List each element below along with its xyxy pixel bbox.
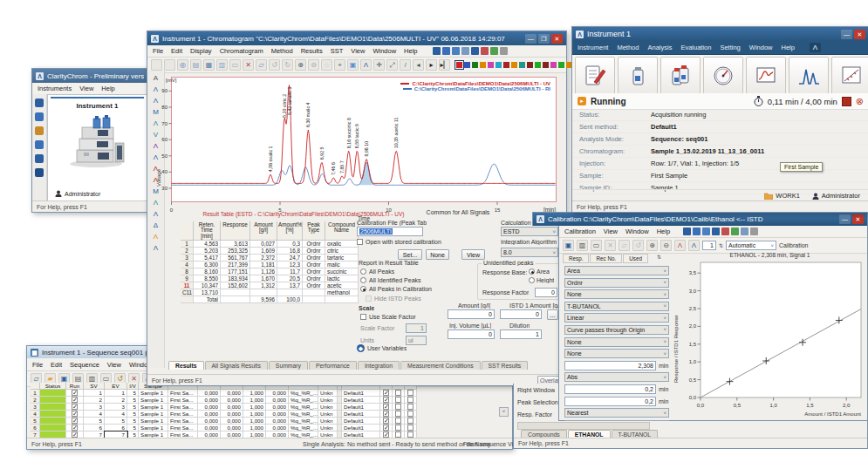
preview-icon[interactable]: ▤ xyxy=(190,59,202,71)
menu-item[interactable]: SST xyxy=(331,47,344,55)
interactive-tool-icon[interactable]: + xyxy=(334,59,345,71)
ri-signal-icon[interactable] xyxy=(442,47,450,55)
open-chromatogram-icon[interactable] xyxy=(151,59,162,71)
bottle-icon[interactable] xyxy=(721,228,729,235)
network-icon[interactable] xyxy=(35,154,44,163)
method-icon[interactable] xyxy=(481,47,489,55)
open-stored-checkbox[interactable]: Open with stored calibration xyxy=(357,239,442,245)
menu-item[interactable]: Results xyxy=(301,47,323,55)
end-icon[interactable]: ▸▏ xyxy=(439,59,450,71)
calibration-input[interactable]: 2,308 xyxy=(564,361,656,370)
column-header[interactable]: Used xyxy=(623,254,648,263)
chromatogram-icon[interactable] xyxy=(789,57,829,95)
tab[interactable]: Integration xyxy=(358,361,400,370)
calibration-input[interactable]: 0,2 xyxy=(564,384,656,394)
calibration-title-bar[interactable]: Λ Calibration C:\ClarityChrom\DataFiles\… xyxy=(532,212,868,226)
calibration-select[interactable]: None˅ xyxy=(564,289,669,299)
tab[interactable]: All Signals Results xyxy=(205,361,268,370)
column-header[interactable]: Response xyxy=(221,221,250,241)
menu-item[interactable]: View xyxy=(79,85,93,92)
prev-icon[interactable]: ◂ xyxy=(413,59,424,71)
method-setup-icon[interactable] xyxy=(575,57,615,95)
checkbox-cell[interactable] xyxy=(393,418,405,425)
menu-item[interactable]: Help xyxy=(657,228,670,235)
radio-all-peaks-in-calibration[interactable]: All Peaks in Calibration xyxy=(360,286,432,292)
menu-item[interactable]: Window xyxy=(749,44,773,51)
scale-factor-input[interactable]: 1 xyxy=(406,323,427,333)
menu-item[interactable]: Method xyxy=(271,47,293,55)
view-button[interactable]: View xyxy=(461,249,485,260)
calibration-input[interactable]: 0,2 xyxy=(564,397,656,406)
minimize-button[interactable]: — xyxy=(841,30,852,39)
menu-item[interactable]: Display xyxy=(190,47,212,55)
signal-color-swatch[interactable] xyxy=(480,62,486,68)
checkbox-cell[interactable] xyxy=(393,397,405,404)
column-header[interactable]: EV xyxy=(105,383,127,390)
menu-item[interactable]: Edit xyxy=(171,47,182,55)
menu-item[interactable]: Instrument xyxy=(578,44,608,51)
instrument-panel[interactable]: Instrument 1 Administrator xyxy=(47,94,147,201)
instrument-title-bar[interactable]: Λ Instrument 1 — ✕ xyxy=(572,27,868,41)
checkbox-cell[interactable] xyxy=(405,411,417,418)
run-checkbox-cell[interactable] xyxy=(66,411,84,418)
sequence-row[interactable]: 3 3 3 5 Sample 1 First Sa... 0,000 0,000… xyxy=(31,404,417,411)
calibration-select[interactable]: Ordnr˅ xyxy=(564,278,669,288)
maximize-button[interactable]: ❐ xyxy=(538,34,550,44)
menu-item[interactable]: Analysis xyxy=(647,44,672,51)
menu-item[interactable]: Window xyxy=(625,228,649,235)
signal-color-swatch[interactable] xyxy=(464,62,470,68)
chart-icon[interactable] xyxy=(741,228,748,235)
export-icon[interactable] xyxy=(490,47,498,55)
sequence-row[interactable]: 1 1 1 5 Sample 1 First Sa... 0,000 0,000… xyxy=(31,390,417,397)
close-button[interactable]: ✕ xyxy=(852,214,864,224)
result-row[interactable]: 9 8,550 183,934 1,670 20,5 Ordnr lactic xyxy=(181,275,359,282)
none-button[interactable]: None xyxy=(426,249,449,260)
stop-button[interactable] xyxy=(842,97,851,106)
tab[interactable]: Performance xyxy=(309,361,357,370)
signal-color-swatch[interactable] xyxy=(511,62,517,68)
checkbox-cell[interactable] xyxy=(380,411,393,418)
sequence-row[interactable]: 5 5 5 5 Sample 1 First Sa... 0,000 0,000… xyxy=(31,418,417,425)
minimize-button[interactable]: — xyxy=(839,214,851,224)
close-button[interactable]: ✕ xyxy=(551,34,563,44)
user-indicator[interactable]: Administrator xyxy=(812,192,860,200)
print-icon[interactable]: ▭ xyxy=(229,59,241,71)
result-row[interactable]: 3 5,417 561,767 2,372 24,7 Ordnr tartari… xyxy=(181,255,359,262)
signal-color-swatch[interactable] xyxy=(456,62,462,68)
signal-color-swatch[interactable] xyxy=(503,62,509,68)
login-icon[interactable] xyxy=(35,99,44,107)
print-icon[interactable]: ▭ xyxy=(591,240,602,251)
unzoom-icon[interactable]: ◌ xyxy=(321,59,332,71)
undo-icon[interactable]: ↺ xyxy=(632,240,644,251)
report-icon[interactable]: ▦ xyxy=(203,59,215,71)
gear-icon[interactable] xyxy=(35,112,44,121)
signal-color-swatch[interactable] xyxy=(543,62,549,68)
calibration-select[interactable]: Curve passes through Origin˅ xyxy=(564,325,669,335)
signal-color-swatch[interactable] xyxy=(488,62,494,68)
menu-item[interactable]: Setting xyxy=(720,44,740,51)
abort-button[interactable]: ⊗ xyxy=(856,97,864,105)
clarity-title-bar[interactable]: Λ ClarityChrom - Preliminary version xyxy=(32,69,147,83)
checkbox-cell[interactable] xyxy=(380,404,393,411)
column-header[interactable]: I/V xyxy=(127,383,139,390)
menu-item[interactable]: Chromatogram xyxy=(220,47,263,55)
user-variables-button[interactable]: ◆ User Variables xyxy=(357,344,407,352)
hide-istd-checkbox[interactable]: Hide ISTD Peaks xyxy=(366,296,421,302)
column-header[interactable]: Amount [g/l] xyxy=(250,221,277,241)
zoom-out-icon[interactable]: ⊖ xyxy=(308,59,319,71)
checkbox-cell[interactable] xyxy=(405,397,417,404)
options-icon[interactable] xyxy=(750,228,758,235)
device-monitor-icon[interactable] xyxy=(703,57,743,95)
checkbox-cell[interactable] xyxy=(405,404,417,411)
move-icon[interactable]: ✛ xyxy=(373,59,385,71)
signal-color-swatch[interactable] xyxy=(558,62,564,68)
overlay-mode-icon[interactable]: ◎ xyxy=(177,59,188,71)
column-header[interactable]: SV xyxy=(84,383,105,390)
grid-scroll-arrows[interactable]: ⇅ xyxy=(657,254,661,260)
calibration-chart[interactable]: ETHANOL - 2,308 min, Signal 1 0,00,51,01… xyxy=(674,252,865,418)
menu-item[interactable]: File xyxy=(32,361,43,369)
inj-volume-input[interactable]: 0 xyxy=(448,330,495,339)
signal-color-swatch[interactable] xyxy=(496,62,502,68)
chromatogram-title-bar[interactable]: Λ Instrument 1 - Chromatogram "C:\Clarit… xyxy=(147,31,566,45)
tab[interactable]: Summary xyxy=(269,361,308,370)
